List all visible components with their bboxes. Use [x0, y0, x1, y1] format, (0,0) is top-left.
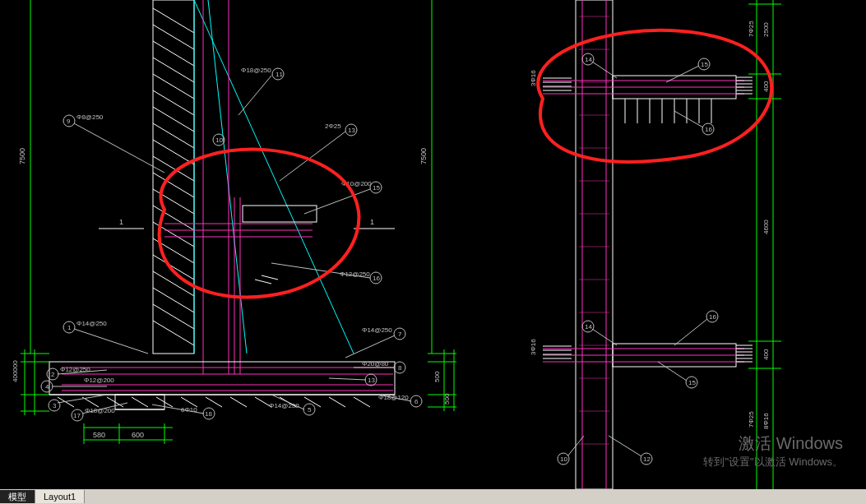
svg-text:2Φ25: 2Φ25 — [325, 123, 341, 130]
svg-text:15: 15 — [373, 184, 380, 192]
dim-400b: 400 — [762, 349, 770, 360]
dim-500b: 500 — [443, 393, 451, 405]
dim-400a: 400 — [762, 81, 770, 92]
svg-line-205 — [666, 66, 699, 82]
svg-line-10 — [153, 123, 194, 148]
svg-text:2: 2 — [51, 371, 55, 378]
dim-2500: 2500 — [762, 22, 770, 37]
svg-text:9: 9 — [67, 118, 71, 125]
svg-text:10: 10 — [215, 136, 223, 144]
svg-text:13: 13 — [348, 127, 355, 134]
svg-text:1: 1 — [67, 324, 72, 331]
svg-line-134 — [345, 335, 395, 358]
svg-line-80 — [238, 76, 271, 115]
svg-line-12 — [153, 156, 194, 181]
svg-text:8: 8 — [398, 364, 402, 372]
svg-text:17: 17 — [73, 412, 81, 419]
svg-line-214 — [674, 319, 707, 345]
svg-line-46 — [206, 397, 222, 407]
tab-bar: 模型 Layout1 — [0, 489, 866, 504]
svg-text:16: 16 — [709, 313, 716, 321]
svg-text:16: 16 — [373, 275, 380, 282]
svg-line-7 — [153, 74, 194, 99]
svg-line-52 — [354, 397, 370, 407]
svg-text:4: 4 — [45, 383, 49, 391]
svg-line-47 — [230, 397, 247, 407]
svg-line-140 — [255, 280, 271, 284]
dim-580: 580 — [93, 431, 105, 439]
dim-4600: 4600 — [762, 220, 770, 234]
svg-text:Φ12@250: Φ12@250 — [340, 270, 370, 278]
dim-7d25: 7Φ25 — [748, 21, 755, 37]
svg-line-127 — [329, 378, 366, 380]
svg-text:Φ14@250: Φ14@250 — [362, 326, 392, 334]
svg-text:Φ14@250: Φ14@250 — [269, 402, 299, 409]
svg-line-223 — [609, 436, 641, 456]
dim-400000: 400000 — [12, 360, 19, 382]
rebar-magenta — [62, 0, 393, 391]
svg-line-22 — [153, 321, 194, 345]
svg-line-9 — [153, 107, 194, 132]
svg-line-13 — [153, 173, 194, 197]
svg-text:5: 5 — [308, 406, 312, 414]
svg-text:Φ12@250: Φ12@250 — [60, 366, 90, 373]
svg-text:12: 12 — [643, 455, 651, 463]
svg-text:Φ14@250: Φ14@250 — [76, 320, 107, 327]
svg-line-23 — [194, 0, 354, 354]
annotation-red-circle-right — [538, 30, 771, 162]
svg-line-6 — [153, 58, 194, 82]
svg-text:18: 18 — [205, 410, 212, 418]
dim-7500b: 7500 — [419, 148, 428, 164]
svg-text:Φ8@250: Φ8@250 — [76, 113, 104, 121]
svg-text:13: 13 — [368, 377, 375, 384]
cad-canvas[interactable]: 7500 7500 400000 — [0, 0, 866, 489]
tab-model[interactable]: 模型 — [0, 490, 35, 503]
dim-7500: 7500 — [18, 148, 26, 164]
svg-line-24 — [208, 0, 247, 354]
svg-line-4 — [153, 25, 194, 49]
svg-text:Φ20@80: Φ20@80 — [362, 360, 389, 368]
svg-line-8 — [153, 90, 194, 115]
svg-text:15: 15 — [688, 379, 696, 386]
svg-line-11 — [153, 140, 194, 164]
svg-text:6: 6 — [414, 398, 419, 405]
svg-line-96 — [74, 329, 148, 354]
svg-line-88 — [304, 189, 370, 214]
dim-600: 600 — [132, 431, 144, 439]
svg-text:16: 16 — [705, 126, 712, 133]
svg-line-51 — [329, 397, 345, 407]
svg-text:14: 14 — [585, 56, 592, 63]
svg-line-5 — [153, 41, 194, 66]
svg-text:1: 1 — [370, 218, 374, 226]
wall-hatch-left — [153, 0, 194, 354]
dim-7d25b: 7Φ25 — [748, 411, 755, 428]
dim-3d16a: 3Φ16 — [530, 70, 537, 86]
svg-text:1: 1 — [119, 218, 123, 226]
svg-text:3: 3 — [53, 402, 57, 409]
svg-text:Φ18@120: Φ18@120 — [378, 394, 409, 401]
dim-8d16: 8Φ16 — [762, 413, 770, 429]
drawing-svg: 7500 7500 400000 — [0, 0, 866, 489]
right-drawing: 2500 7Φ25 400 4600 400 7Φ25 8Φ16 3Φ16 3Φ… — [530, 0, 781, 489]
tab-layout1[interactable]: Layout1 — [35, 490, 85, 503]
svg-line-14 — [153, 189, 194, 214]
svg-text:14: 14 — [585, 323, 592, 331]
svg-text:Φ18@250: Φ18@250 — [241, 67, 271, 74]
svg-line-107 — [58, 395, 107, 403]
svg-text:11: 11 — [276, 71, 283, 78]
svg-text:Φ18@200: Φ18@200 — [85, 407, 115, 414]
svg-line-50 — [304, 397, 321, 407]
svg-line-21 — [153, 304, 194, 329]
svg-text:15: 15 — [701, 61, 708, 68]
svg-line-43 — [132, 397, 148, 407]
svg-text:7: 7 — [398, 331, 402, 338]
svg-text:Φ12@200: Φ12@200 — [84, 377, 114, 384]
svg-text:6Φ10: 6Φ10 — [181, 406, 197, 414]
svg-line-76 — [74, 123, 164, 173]
svg-line-217 — [658, 362, 687, 381]
svg-rect-37 — [243, 206, 317, 222]
svg-line-3 — [153, 8, 194, 33]
section-1-left: 1 — [99, 218, 144, 229]
svg-text:10: 10 — [560, 455, 567, 463]
svg-line-141 — [262, 275, 278, 280]
